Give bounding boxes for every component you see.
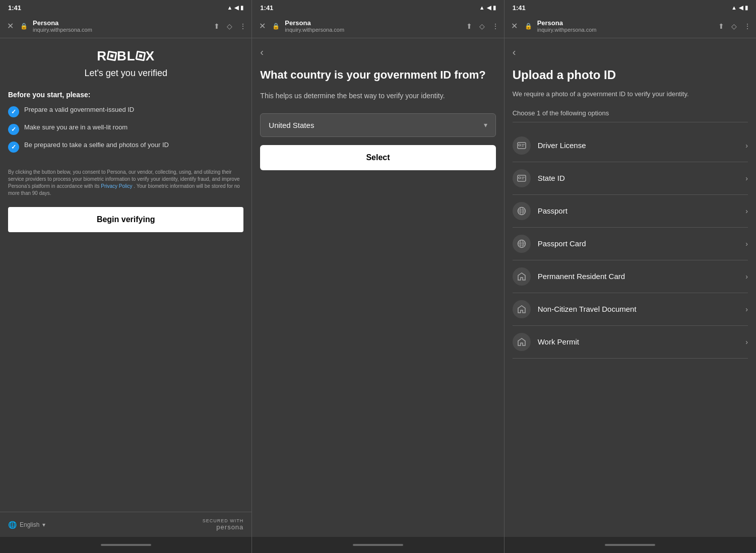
- id-option-passport-card[interactable]: Passport Card ›: [513, 228, 748, 260]
- id-option-passport[interactable]: Passport ›: [513, 195, 748, 228]
- select-button[interactable]: Select: [260, 145, 495, 170]
- battery-icon-2: ▮: [493, 5, 496, 11]
- passport-chevron: ›: [745, 207, 748, 215]
- site-name-3: Persona: [537, 19, 713, 27]
- passport-label: Passport: [538, 206, 746, 215]
- travel-doc-label: Non-Citizen Travel Document: [538, 305, 746, 313]
- page-footer-1: 🌐 English ▾ SECURED WITH persona: [0, 512, 251, 537]
- panel-2: 1:41 ▲ ◀ ▮ ✕ 🔒 Persona inquiry.withperso…: [252, 0, 504, 553]
- dropdown-arrow: ▾: [484, 121, 487, 129]
- share-icon-2[interactable]: ⬆: [466, 22, 472, 30]
- url-area-2: Persona inquiry.withpersona.com: [285, 19, 461, 33]
- back-button-3[interactable]: ‹: [513, 46, 748, 58]
- secured-by-label: SECURED WITH: [203, 518, 244, 523]
- site-name-2: Persona: [285, 19, 461, 27]
- id-option-travel-doc[interactable]: Non-Citizen Travel Document ›: [513, 293, 748, 326]
- consent-text: By clicking the button below, you consen…: [8, 169, 243, 197]
- id-option-permanent-resident[interactable]: Permanent Resident Card ›: [513, 260, 748, 293]
- state-id-chevron: ›: [745, 174, 748, 182]
- wifi-icon: ▲: [227, 5, 232, 11]
- travel-doc-icon: [513, 300, 531, 318]
- driver-license-icon: [513, 136, 531, 155]
- lock-icon-2: 🔒: [272, 23, 280, 30]
- checklist-text-2: Make sure you are in a well-lit room: [24, 123, 128, 131]
- id-option-work-permit[interactable]: Work Permit ›: [513, 326, 748, 359]
- panel-3: 1:41 ▲ ◀ ▮ ✕ 🔒 Persona inquiry.withperso…: [505, 0, 756, 553]
- check-icon-3: [8, 142, 19, 153]
- id-option-driver-license[interactable]: Driver License ›: [513, 129, 748, 162]
- url-area-3: Persona inquiry.withpersona.com: [537, 19, 713, 33]
- home-indicator-3: [605, 544, 655, 546]
- globe-icon-1: 🌐: [8, 521, 17, 529]
- page-content-2: ‹ What country is your government ID fro…: [252, 38, 503, 537]
- site-name-1: Persona: [33, 19, 209, 27]
- status-icons-2: ▲ ◀ ▮: [479, 5, 496, 11]
- language-selector[interactable]: 🌐 English ▾: [8, 521, 45, 529]
- passport-icon: [513, 202, 531, 220]
- page-content-1: RBLX Let's get you verified Before you s…: [0, 38, 251, 512]
- more-icon-1[interactable]: ⋮: [239, 22, 246, 30]
- language-label: English: [20, 521, 39, 528]
- checklist-item-2: Make sure you are in a well-lit room: [8, 123, 243, 135]
- svg-point-1: [519, 144, 521, 146]
- begin-verifying-button[interactable]: Begin verifying: [8, 207, 243, 232]
- logo-o1: [107, 51, 117, 61]
- permanent-resident-chevron: ›: [745, 272, 748, 281]
- battery-icon-3: ▮: [745, 5, 748, 11]
- page-title-1: Let's get you verified: [84, 68, 167, 79]
- status-bar-2: 1:41 ▲ ◀ ▮: [252, 0, 503, 14]
- bookmark-icon-3[interactable]: ◇: [731, 22, 737, 30]
- checklist-item-1: Prepare a valid government-issued ID: [8, 106, 243, 117]
- browser-bar-3: ✕ 🔒 Persona inquiry.withpersona.com ⬆ ◇ …: [505, 14, 756, 38]
- choose-label: Choose 1 of the following options: [513, 109, 748, 122]
- work-permit-chevron: ›: [745, 338, 748, 346]
- check-icon-2: [8, 124, 19, 135]
- lock-icon-1: 🔒: [20, 23, 28, 30]
- before-start-section: Before you start, please: Prepare a vali…: [8, 91, 243, 159]
- state-id-icon: [513, 169, 531, 187]
- permanent-resident-icon: [513, 267, 531, 286]
- time-1: 1:41: [8, 4, 21, 12]
- page-content-3: ‹ Upload a photo ID We require a photo o…: [505, 38, 756, 537]
- wifi-icon-2: ▲: [479, 5, 485, 11]
- secured-by-name: persona: [203, 523, 244, 531]
- close-tab-button-1[interactable]: ✕: [5, 21, 15, 31]
- home-indicator-1: [101, 544, 151, 546]
- home-indicator-2: [353, 544, 403, 546]
- signal-icon-3: ◀: [739, 5, 743, 11]
- share-icon-1[interactable]: ⬆: [214, 22, 220, 30]
- more-icon-2[interactable]: ⋮: [492, 22, 499, 30]
- driver-license-chevron: ›: [745, 142, 748, 150]
- travel-doc-chevron: ›: [745, 305, 748, 313]
- id-option-state-id[interactable]: State ID ›: [513, 162, 748, 195]
- back-button-2[interactable]: ‹: [260, 46, 495, 58]
- question-subtitle: This helps us determine the best way to …: [260, 91, 495, 101]
- before-start-heading: Before you start, please:: [8, 91, 243, 99]
- bookmark-icon-1[interactable]: ◇: [227, 22, 232, 30]
- close-tab-button-3[interactable]: ✕: [510, 21, 520, 31]
- wifi-icon-3: ▲: [731, 5, 737, 11]
- state-id-label: State ID: [538, 174, 746, 182]
- time-3: 1:41: [513, 4, 526, 12]
- privacy-link[interactable]: Privacy Policy: [101, 183, 132, 189]
- bottom-nav-3: [505, 537, 756, 553]
- share-icon-3[interactable]: ⬆: [718, 22, 724, 30]
- time-2: 1:41: [260, 4, 273, 12]
- browser-url-1: inquiry.withpersona.com: [33, 27, 209, 33]
- status-bar-1: 1:41 ▲ ◀ ▮: [0, 0, 251, 14]
- driver-license-label: Driver License: [538, 141, 746, 150]
- url-area-1: Persona inquiry.withpersona.com: [33, 19, 209, 33]
- upload-subtitle: We require a photo of a government ID to…: [513, 89, 748, 99]
- lock-icon-3: 🔒: [525, 23, 532, 30]
- close-tab-button-2[interactable]: ✕: [257, 21, 267, 31]
- status-icons-1: ▲ ◀ ▮: [227, 5, 243, 11]
- browser-url-3: inquiry.withpersona.com: [537, 27, 713, 33]
- svg-point-5: [519, 177, 521, 179]
- country-dropdown[interactable]: United States ▾: [260, 113, 495, 137]
- more-icon-3[interactable]: ⋮: [744, 22, 751, 30]
- bottom-nav-1: [0, 537, 251, 553]
- panel-1: 1:41 ▲ ◀ ▮ ✕ 🔒 Persona inquiry.withperso…: [0, 0, 252, 553]
- bookmark-icon-2[interactable]: ◇: [479, 22, 485, 30]
- logo-o2: [135, 51, 146, 61]
- work-permit-label: Work Permit: [538, 337, 746, 346]
